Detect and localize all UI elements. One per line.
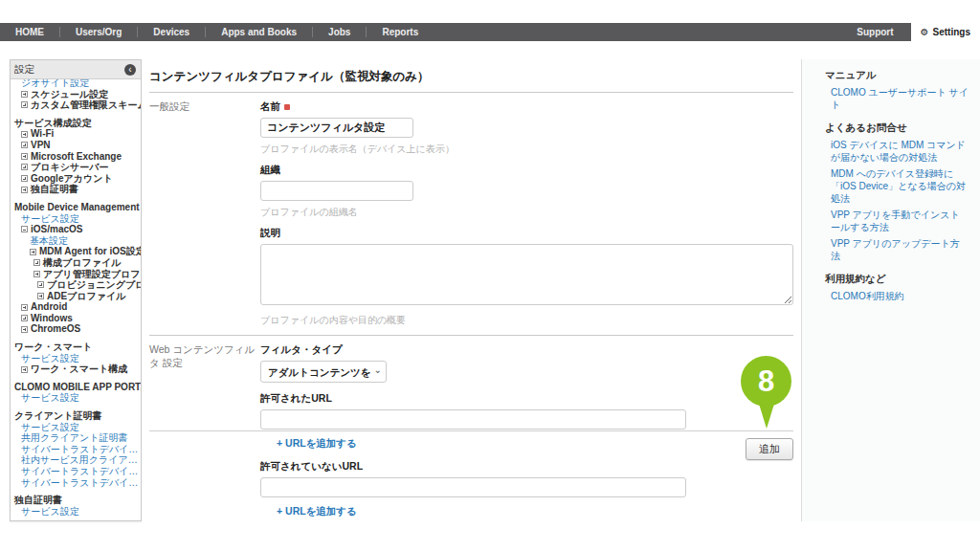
top-nav-right: Support ⚙ Settings — [839, 23, 980, 41]
sidebar-item-node[interactable]: カスタム管理権限スキーム設定 — [11, 99, 141, 111]
sidebar-item-link[interactable]: 基本設定 — [11, 235, 141, 247]
sidebar-item-node[interactable]: ChromeOS — [11, 323, 141, 335]
sidebar-item-label: ワーク・スマート構成 — [31, 364, 127, 375]
expand-toggle-icon[interactable] — [21, 164, 28, 170]
settings-sidebar: 設定 ‹ ジオサイト設定スケジュール設定カスタム管理権限スキーム設定サービス構成… — [10, 59, 142, 521]
nav-item-devices[interactable]: Devices — [138, 23, 205, 41]
expand-toggle-icon[interactable] — [33, 271, 40, 277]
nav-item-settings[interactable]: ⚙ Settings — [911, 23, 980, 41]
org-label: 組織 — [260, 164, 793, 177]
tree-gap — [11, 488, 141, 495]
sidebar-item-label: Wi-Fi — [31, 128, 54, 140]
expand-toggle-icon[interactable] — [30, 249, 36, 255]
sidebar-item-link[interactable]: サービス設定 — [11, 353, 141, 364]
page: HOMEUsers/OrgDevicesApps and BooksJobsRe… — [0, 0, 980, 551]
sidebar-item-label: 構成プロファイル — [43, 257, 121, 269]
sidebar-item-node[interactable]: Windows — [11, 313, 141, 324]
filter-type-select[interactable]: アダルトコンテンツを制限 — [260, 361, 387, 383]
sidebar-item-node[interactable]: スケジュール設定 — [11, 89, 141, 100]
expand-toggle-icon[interactable] — [21, 326, 28, 333]
help-section: よくあるお問合せiOS デバイスに MDM コマンドが届かない場合の対処法MDM… — [825, 121, 969, 262]
sidebar-item-node[interactable]: VPN — [11, 140, 141, 151]
nav-item-jobs[interactable]: Jobs — [313, 23, 366, 41]
expand-toggle-icon[interactable] — [21, 131, 28, 138]
expand-toggle-icon[interactable] — [21, 304, 28, 311]
collapse-toggle-icon[interactable] — [21, 226, 28, 232]
sidebar-item-link[interactable]: ジオサイト設定 — [11, 79, 141, 89]
sidebar-item-label: iOS/macOS — [31, 224, 82, 235]
sidebar-item-link[interactable]: サイバートラストデバイスID G3is... — [11, 466, 141, 477]
sidebar-item-link[interactable]: サイバートラストデバイスID(pilot)... — [11, 444, 141, 455]
help-sidebar: マニュアルCLOMO ユーザーサポート サイトよくあるお問合せiOS デバイスに… — [802, 59, 980, 521]
expand-toggle-icon[interactable] — [33, 259, 40, 266]
sidebar-item-link[interactable]: 共用クライアント証明書 — [11, 432, 141, 444]
sidebar-item-node[interactable]: アプリ管理設定プロファイル — [11, 269, 141, 280]
help-link[interactable]: iOS デバイスに MDM コマンドが届かない場合の対処法 — [831, 139, 969, 164]
sidebar-item-link[interactable]: サイバートラストデバイスID G3is(... — [11, 477, 141, 489]
nav-item-support[interactable]: Support — [839, 23, 910, 41]
sidebar-item-node[interactable]: ワーク・スマート構成 — [11, 364, 141, 375]
expand-toggle-icon[interactable] — [21, 187, 28, 193]
nav-item-users-org[interactable]: Users/Org — [60, 23, 137, 41]
allowed-url-input[interactable] — [260, 409, 686, 430]
tree-gap — [11, 195, 141, 202]
help-link[interactable]: CLOMO利用規約 — [831, 290, 969, 302]
help-link[interactable]: VPP アプリを手動でインストールする方法 — [831, 209, 969, 233]
sidebar-item-node[interactable]: プロビジョニングプロファイル — [11, 279, 141, 291]
sidebar-item-label: 独自証明書 — [31, 184, 78, 195]
name-helper: プロファイルの表示名（デバイス上に表示） — [260, 143, 793, 156]
sidebar-item-node[interactable]: プロキシサーバー — [11, 162, 141, 173]
expand-toggle-icon[interactable] — [21, 101, 28, 108]
profile-name-input[interactable] — [260, 118, 413, 138]
nav-item-home[interactable]: HOME — [0, 23, 59, 41]
expand-toggle-icon[interactable] — [21, 175, 28, 182]
top-nav-items: HOMEUsers/OrgDevicesApps and BooksJobsRe… — [0, 23, 839, 41]
sidebar-item-node[interactable]: Wi-Fi — [11, 128, 141, 140]
tree-gap — [11, 335, 141, 342]
content-footer: 追加 — [149, 430, 793, 460]
sidebar-item-node[interactable]: ADEプロファイル — [11, 291, 141, 302]
expand-toggle-icon[interactable] — [37, 293, 44, 299]
sidebar-item-node[interactable]: Googleアカウント — [11, 173, 141, 185]
sidebar-header: 設定 ‹ — [11, 60, 141, 79]
organization-input[interactable] — [260, 181, 413, 201]
description-helper: プロファイルの内容や目的の概要 — [260, 314, 793, 327]
help-link[interactable]: MDM へのデバイス登録時に「iOS Device」となる場合の対処法 — [831, 167, 969, 205]
sidebar-item-node[interactable]: Android — [11, 301, 141, 313]
expand-toggle-icon[interactable] — [21, 142, 28, 148]
help-link[interactable]: VPP アプリのアップデート方法 — [831, 237, 969, 262]
nav-item-apps-and-books[interactable]: Apps and Books — [206, 23, 312, 41]
sidebar-section-header: ワーク・スマート — [11, 342, 141, 353]
expand-toggle-icon[interactable] — [21, 315, 28, 321]
add-denied-url-link[interactable]: + URLを追加する — [277, 505, 793, 518]
sidebar-item-link[interactable]: サービス設定 — [11, 392, 141, 404]
filter-type-label: フィルタ・タイプ — [260, 343, 793, 357]
sidebar-item-link[interactable]: サービス設定 — [11, 213, 141, 225]
help-link[interactable]: CLOMO ユーザーサポート サイト — [831, 86, 969, 111]
expand-toggle-icon[interactable] — [21, 366, 28, 373]
help-section: 利用規約などCLOMO利用規約 — [825, 273, 969, 302]
description-textarea[interactable] — [260, 244, 793, 305]
collapse-sidebar-icon[interactable]: ‹ — [124, 64, 136, 76]
name-label: 名前 — [260, 100, 793, 114]
denied-url-input[interactable] — [260, 477, 686, 497]
sidebar-item-link[interactable]: サービス設定 — [11, 422, 141, 433]
sidebar-item-label: ChromeOS — [31, 323, 80, 335]
sidebar-item-link[interactable]: サービス設定 — [11, 506, 141, 518]
sidebar-item-node[interactable]: MDM Agent for iOS設定 — [11, 246, 141, 257]
sidebar-item-link[interactable]: 社内サービス用クライアント証明書 — [11, 454, 141, 466]
expand-toggle-icon[interactable] — [21, 153, 28, 160]
sidebar-item-node[interactable]: iOS/macOS — [11, 224, 141, 235]
add-button[interactable]: 追加 — [746, 438, 793, 460]
sidebar-section-header: CLOMO MOBILE APP PORTAL — [11, 382, 141, 393]
sidebar-item-label: VPN — [31, 140, 51, 151]
sidebar-item-node[interactable]: 独自証明書 — [11, 184, 141, 195]
sidebar-item-node[interactable]: Microsoft Exchange — [11, 151, 141, 163]
expand-toggle-icon[interactable] — [21, 91, 28, 98]
tree-gap — [11, 111, 141, 118]
nav-item-reports[interactable]: Reports — [367, 23, 434, 41]
sidebar-section-header: サービス構成設定 — [11, 118, 141, 129]
sidebar-item-node[interactable]: 構成プロファイル — [11, 257, 141, 269]
expand-toggle-icon[interactable] — [37, 281, 44, 288]
tree-gap — [11, 375, 141, 382]
